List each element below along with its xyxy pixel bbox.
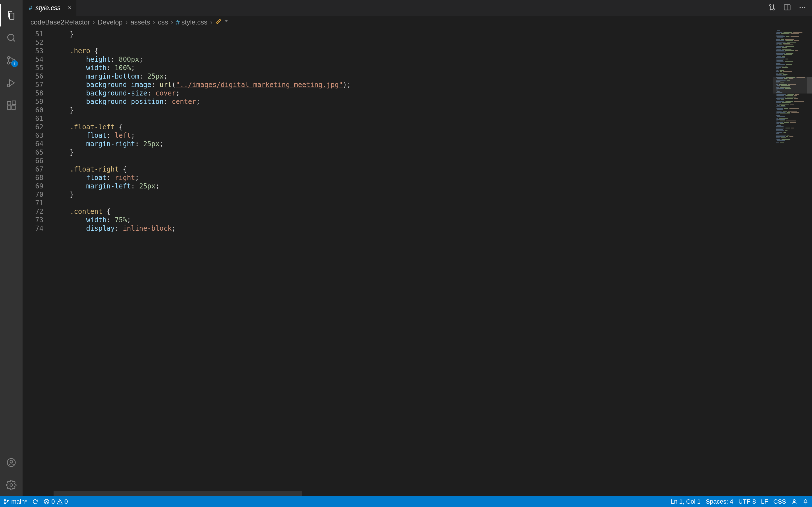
svg-point-11 <box>10 484 13 487</box>
main-area: 1 # style.css × <box>0 0 812 496</box>
svg-point-10 <box>10 460 13 463</box>
breadcrumb-item[interactable]: codeBase2Refactor <box>31 18 90 26</box>
tab-filename: style.css <box>36 4 60 12</box>
chevron-right-icon: › <box>171 18 173 26</box>
status-bar: main* 0 0 Ln 1, Col 1 Spaces: 4 UTF-8 LF… <box>0 496 812 507</box>
css-file-icon: # <box>176 18 180 26</box>
status-problems[interactable]: 0 0 <box>43 498 68 505</box>
breadcrumb-item[interactable]: Develop <box>98 18 123 26</box>
scm-badge: 1 <box>11 60 18 67</box>
editor-body: 5152535455565758596061626364656667686970… <box>22 29 812 496</box>
svg-point-17 <box>804 7 805 8</box>
code-area[interactable]: } .hero { height: 800px; width: 100%; ma… <box>54 29 773 496</box>
minimap[interactable] <box>773 29 807 496</box>
svg-point-15 <box>800 7 801 8</box>
svg-rect-7 <box>12 106 15 110</box>
settings-gear-icon[interactable] <box>0 474 22 496</box>
tab-actions <box>768 3 812 12</box>
status-eol[interactable]: LF <box>761 498 768 505</box>
svg-point-16 <box>802 7 803 8</box>
svg-point-12 <box>769 4 771 6</box>
status-branch[interactable]: main* <box>3 498 27 505</box>
tab-close-icon[interactable]: × <box>68 4 71 11</box>
search-icon[interactable] <box>0 26 22 49</box>
status-encoding[interactable]: UTF-8 <box>739 498 756 505</box>
run-debug-icon[interactable] <box>0 71 22 94</box>
editor-column: # style.css × codeBase2Refactor › D <box>22 0 812 496</box>
status-feedback-icon[interactable] <box>791 499 797 505</box>
source-control-icon[interactable]: 1 <box>0 49 22 71</box>
svg-rect-5 <box>7 101 11 105</box>
explorer-icon[interactable] <box>0 4 22 26</box>
scrollbar-horizontal[interactable] <box>54 491 302 496</box>
status-indent[interactable]: Spaces: 4 <box>706 498 733 505</box>
svg-point-19 <box>4 503 5 504</box>
chevron-right-icon: › <box>93 18 95 26</box>
breadcrumbs[interactable]: codeBase2Refactor › Develop › assets › c… <box>22 16 812 29</box>
status-cursor[interactable]: Ln 1, Col 1 <box>670 498 700 505</box>
svg-rect-6 <box>7 106 11 110</box>
more-actions-icon[interactable] <box>799 3 806 12</box>
chevron-right-icon: › <box>125 18 128 26</box>
status-bell-icon[interactable] <box>802 499 809 505</box>
scrollbar-thumb[interactable] <box>807 77 812 94</box>
scrollbar-vertical[interactable] <box>807 29 812 496</box>
breadcrumb-symbol[interactable]: * <box>215 18 228 26</box>
svg-rect-8 <box>12 101 16 105</box>
activity-bar: 1 <box>0 0 22 496</box>
line-number-gutter: 5152535455565758596061626364656667686970… <box>22 29 54 496</box>
tabs-row: # style.css × <box>22 0 812 16</box>
minimap-viewport[interactable] <box>773 77 807 94</box>
svg-point-1 <box>8 57 10 59</box>
svg-point-2 <box>8 62 10 64</box>
chevron-right-icon: › <box>210 18 213 26</box>
symbol-ruler-icon <box>215 18 221 24</box>
svg-point-20 <box>7 500 8 501</box>
account-icon[interactable] <box>0 451 22 474</box>
tab-style-css[interactable]: # style.css × <box>22 0 77 16</box>
breadcrumb-item[interactable]: assets <box>131 18 150 26</box>
compare-changes-icon[interactable] <box>768 3 776 12</box>
breadcrumb-item[interactable]: css <box>158 18 168 26</box>
breadcrumb-file[interactable]: #style.css <box>176 18 207 26</box>
css-file-icon: # <box>29 4 32 11</box>
status-sync-icon[interactable] <box>32 499 38 505</box>
extensions-icon[interactable] <box>0 94 22 117</box>
chevron-right-icon: › <box>153 18 155 26</box>
svg-point-18 <box>4 499 5 501</box>
svg-point-22 <box>793 500 795 502</box>
svg-point-13 <box>773 8 774 10</box>
status-language[interactable]: CSS <box>773 498 786 505</box>
split-editor-icon[interactable] <box>783 3 791 12</box>
svg-point-0 <box>8 34 14 40</box>
